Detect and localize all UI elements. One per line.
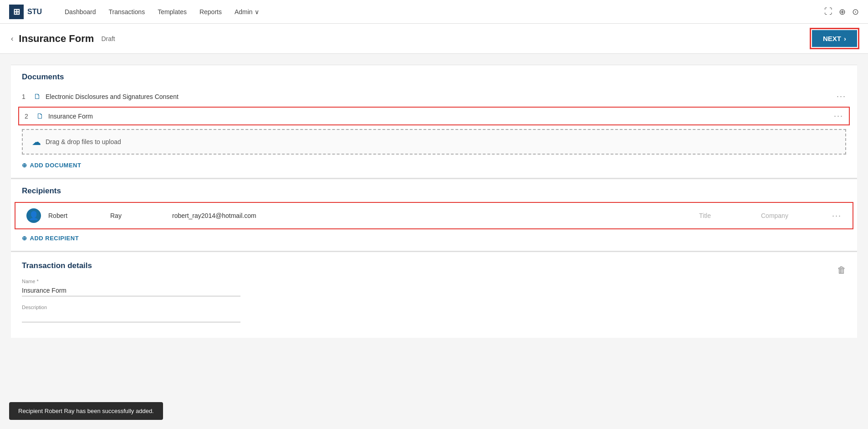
upload-icon: ☁ — [32, 136, 41, 147]
doc-menu-1[interactable]: ··· — [837, 92, 846, 101]
add-document-button[interactable]: ⊕ ADD DOCUMENT — [11, 158, 92, 172]
recipient-row-1: 👤 Robert Ray robert_ray2014@hotmail.com … — [15, 202, 853, 229]
logo-icon: ⊞ — [9, 5, 24, 19]
recipients-title: Recipients — [11, 186, 857, 196]
transaction-description-field: Description — [22, 305, 240, 322]
transaction-name-field: Name * — [22, 279, 240, 296]
transaction-name-label: Name * — [22, 279, 240, 284]
draft-badge: Draft — [101, 35, 115, 42]
recipient-company-placeholder-1: Company — [761, 212, 825, 219]
doc-menu-2[interactable]: ··· — [834, 111, 843, 121]
logo[interactable]: ⊞ STU — [9, 5, 42, 19]
page-header: ‹ Insurance Form Draft NEXT › — [0, 24, 868, 54]
doc-name-2: Insurance Form — [48, 113, 829, 120]
nav-links: Dashboard Transactions Templates Reports… — [65, 8, 811, 16]
chevron-down-icon: ∨ — [255, 8, 259, 16]
doc-number-1: 1 — [22, 93, 29, 100]
user-icon[interactable]: ⊙ — [852, 7, 859, 17]
doc-file-icon-2: 🗋 — [36, 112, 44, 120]
nav-reports[interactable]: Reports — [199, 8, 222, 16]
recipients-section: Recipients 👤 Robert Ray robert_ray2014@h… — [11, 179, 857, 251]
add-document-plus-icon: ⊕ — [22, 162, 27, 169]
document-item-2: 2 🗋 Insurance Form ··· — [18, 107, 850, 125]
next-button[interactable]: NEXT › — [812, 30, 857, 47]
document-item-1: 1 🗋 Electronic Disclosures and Signature… — [11, 88, 857, 105]
nav-templates[interactable]: Templates — [158, 8, 187, 16]
transaction-name-input[interactable] — [22, 285, 240, 296]
top-navigation: ⊞ STU Dashboard Transactions Templates R… — [0, 0, 868, 24]
delete-icon[interactable]: 🗑 — [837, 265, 846, 275]
doc-name-1: Electronic Disclosures and Signatures Co… — [46, 93, 832, 100]
documents-section: Documents 1 🗋 Electronic Disclosures and… — [11, 65, 857, 178]
network-icon[interactable]: ⛶ — [824, 7, 832, 16]
nav-admin[interactable]: Admin ∨ — [235, 8, 259, 16]
add-recipient-button[interactable]: ⊕ ADD RECIPIENT — [11, 231, 90, 245]
nav-dashboard[interactable]: Dashboard — [65, 8, 96, 16]
recipient-lastname-1: Ray — [110, 212, 165, 219]
recipient-avatar-1: 👤 — [26, 208, 41, 223]
next-chevron-icon: › — [844, 35, 846, 42]
add-recipient-plus-icon: ⊕ — [22, 235, 27, 242]
toast-message: Recipient Robert Ray has been successful… — [18, 408, 154, 414]
upload-area[interactable]: ☁ Drag & drop files to upload — [22, 129, 846, 155]
back-button[interactable]: ‹ — [11, 35, 13, 43]
page-title: Insurance Form — [19, 33, 94, 45]
recipient-email-1: robert_ray2014@hotmail.com — [172, 212, 692, 219]
transaction-description-label: Description — [22, 305, 240, 310]
transaction-description-input[interactable] — [22, 311, 240, 322]
recipient-menu-1[interactable]: ··· — [832, 211, 842, 221]
doc-file-icon-1: 🗋 — [34, 93, 41, 101]
transaction-header-row: Transaction details 🗑 — [22, 261, 846, 279]
person-icon: 👤 — [29, 211, 39, 221]
globe-icon[interactable]: ⊕ — [839, 7, 846, 17]
main-content: Documents 1 🗋 Electronic Disclosures and… — [0, 54, 868, 429]
transaction-details-section: Transaction details 🗑 Name * Description — [11, 252, 857, 338]
upload-label: Drag & drop files to upload — [46, 138, 121, 145]
transaction-details-title: Transaction details — [22, 261, 92, 270]
recipient-title-placeholder-1: Title — [699, 212, 754, 219]
nav-transactions[interactable]: Transactions — [109, 8, 145, 16]
doc-number-2: 2 — [25, 113, 32, 120]
documents-title: Documents — [11, 72, 857, 82]
page-header-left: ‹ Insurance Form Draft — [11, 33, 115, 45]
nav-icons: ⛶ ⊕ ⊙ — [824, 7, 859, 17]
recipient-firstname-1: Robert — [48, 212, 103, 219]
toast-notification: Recipient Robert Ray has been successful… — [9, 402, 163, 420]
